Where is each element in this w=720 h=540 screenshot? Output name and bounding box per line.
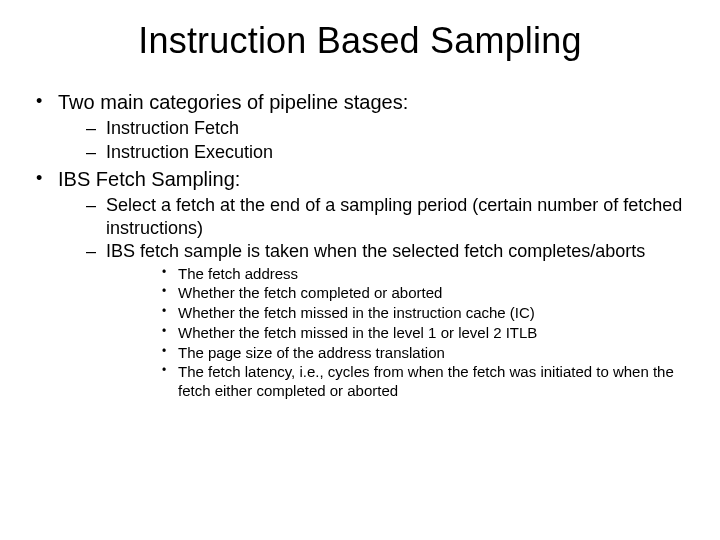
list-item: Whether the fetch completed or aborted <box>106 284 690 303</box>
list-item: The page size of the address translation <box>106 344 690 363</box>
list-item: Two main categories of pipeline stages: … <box>30 90 690 163</box>
bullet-text: IBS Fetch Sampling: <box>58 168 240 190</box>
list-item: Whether the fetch missed in the instruct… <box>106 304 690 323</box>
list-item: The fetch latency, i.e., cycles from whe… <box>106 363 690 401</box>
bullet-list-level3: The fetch address Whether the fetch comp… <box>106 265 690 401</box>
bullet-text: Instruction Fetch <box>106 118 239 138</box>
list-item: Select a fetch at the end of a sampling … <box>58 194 690 239</box>
bullet-text: Instruction Execution <box>106 142 273 162</box>
list-item: Instruction Fetch <box>58 117 690 140</box>
bullet-text: Two main categories of pipeline stages: <box>58 91 408 113</box>
list-item: The fetch address <box>106 265 690 284</box>
bullet-text: Whether the fetch missed in the level 1 … <box>178 324 537 341</box>
list-item: Whether the fetch missed in the level 1 … <box>106 324 690 343</box>
bullet-list-level2: Select a fetch at the end of a sampling … <box>58 194 690 401</box>
list-item: IBS Fetch Sampling: Select a fetch at th… <box>30 167 690 401</box>
bullet-text: Whether the fetch missed in the instruct… <box>178 304 535 321</box>
bullet-text: IBS fetch sample is taken when the selec… <box>106 241 645 261</box>
bullet-text: The fetch latency, i.e., cycles from whe… <box>178 363 674 399</box>
bullet-text: The fetch address <box>178 265 298 282</box>
list-item: Instruction Execution <box>58 141 690 164</box>
bullet-list-level2: Instruction Fetch Instruction Execution <box>58 117 690 163</box>
bullet-list-level1: Two main categories of pipeline stages: … <box>30 90 690 401</box>
bullet-text: Select a fetch at the end of a sampling … <box>106 195 682 238</box>
list-item: IBS fetch sample is taken when the selec… <box>58 240 690 401</box>
slide-title: Instruction Based Sampling <box>30 20 690 62</box>
bullet-text: The page size of the address translation <box>178 344 445 361</box>
bullet-text: Whether the fetch completed or aborted <box>178 284 442 301</box>
slide: Instruction Based Sampling Two main cate… <box>0 0 720 540</box>
